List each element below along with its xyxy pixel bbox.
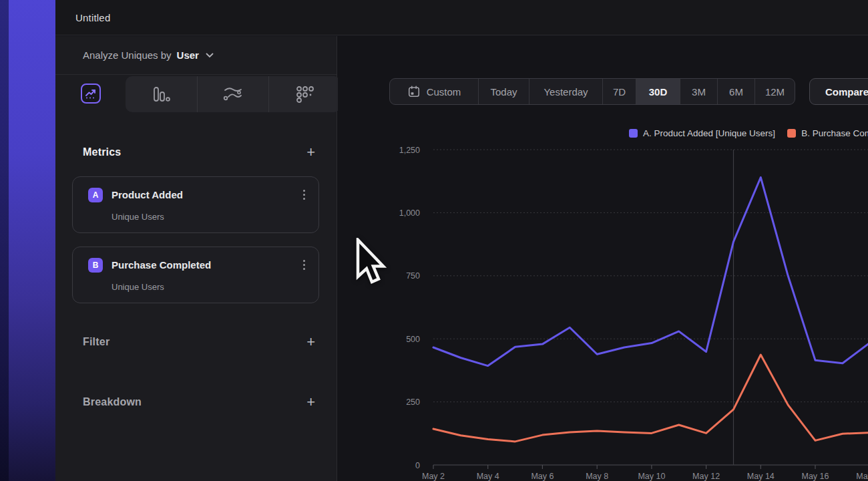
add-filter-button[interactable]: +	[306, 335, 315, 349]
analyze-by-value-dropdown[interactable]: User	[177, 49, 199, 61]
svg-text:May 18: May 18	[856, 472, 868, 481]
line-chart-icon	[81, 84, 101, 104]
svg-text:750: 750	[406, 271, 420, 281]
tab-funnel-dots[interactable]	[268, 76, 341, 112]
breakdown-title: Breakdown	[83, 396, 142, 408]
svg-text:1,000: 1,000	[399, 208, 420, 218]
kebab-menu-icon[interactable]	[299, 257, 309, 273]
flow-icon	[223, 86, 243, 102]
svg-text:0: 0	[415, 461, 420, 470]
svg-text:May 4: May 4	[477, 472, 499, 481]
kebab-menu-icon[interactable]	[299, 187, 309, 202]
metric-badge-b: B	[88, 258, 103, 273]
metric-name: Product Added	[112, 189, 299, 200]
metrics-section-header: Metrics +	[55, 140, 337, 164]
analyze-by-label: Analyze Uniques by	[83, 49, 172, 61]
metric-card-product-added[interactable]: A Product Added Unique Users	[72, 176, 319, 233]
svg-text:May 14: May 14	[747, 472, 775, 481]
chevron-down-icon[interactable]	[206, 53, 214, 58]
app-window: Untitled Analyze Uniques by User	[55, 0, 868, 481]
add-breakdown-button[interactable]: +	[306, 395, 315, 410]
app-root: Untitled Analyze Uniques by User	[0, 0, 868, 481]
query-sidebar: Analyze Uniques by User	[55, 36, 337, 481]
chart-panel: Custom Today Yesterday 7D 30D 3M 6M 12M …	[338, 36, 868, 481]
analyze-by-row: Analyze Uniques by User	[55, 36, 337, 75]
metric-badge-a: A	[88, 188, 103, 202]
tab-bar-chart[interactable]	[126, 76, 197, 112]
chart-type-tab-group	[126, 76, 341, 112]
decorative-gradient-strip	[0, 0, 55, 481]
svg-text:250: 250	[406, 397, 420, 407]
tab-flow[interactable]	[197, 76, 269, 112]
svg-text:May 16: May 16	[802, 472, 829, 481]
add-metric-button[interactable]: +	[306, 145, 315, 160]
metric-card-purchase-completed[interactable]: B Purchase Completed Unique Users	[72, 247, 319, 303]
svg-text:500: 500	[406, 335, 420, 344]
svg-text:May 6: May 6	[531, 472, 554, 481]
funnel-dots-icon	[296, 86, 314, 103]
gradient-strip-edge	[0, 0, 9, 481]
line-chart[interactable]: 02505007501,0001,250May 2May 4May 6May 8…	[338, 36, 868, 481]
svg-text:May 10: May 10	[638, 472, 665, 481]
breakdown-section-header: Breakdown +	[55, 390, 337, 414]
metrics-title: Metrics	[83, 146, 121, 158]
svg-text:May 12: May 12	[692, 472, 720, 481]
chart-type-tabs	[55, 75, 337, 113]
metric-subtitle[interactable]: Unique Users	[112, 212, 309, 222]
report-title[interactable]: Untitled	[75, 12, 110, 23]
svg-text:May 8: May 8	[586, 472, 608, 481]
tab-line-chart[interactable]	[55, 75, 126, 112]
filter-section-header: Filter +	[55, 330, 337, 354]
metric-subtitle[interactable]: Unique Users	[112, 282, 309, 292]
metric-name: Purchase Completed	[112, 259, 299, 271]
bar-chart-icon	[152, 86, 170, 102]
filter-title: Filter	[83, 336, 110, 348]
svg-text:1,250: 1,250	[399, 146, 420, 155]
svg-text:May 2: May 2	[422, 472, 445, 481]
top-header: Untitled	[55, 0, 868, 35]
